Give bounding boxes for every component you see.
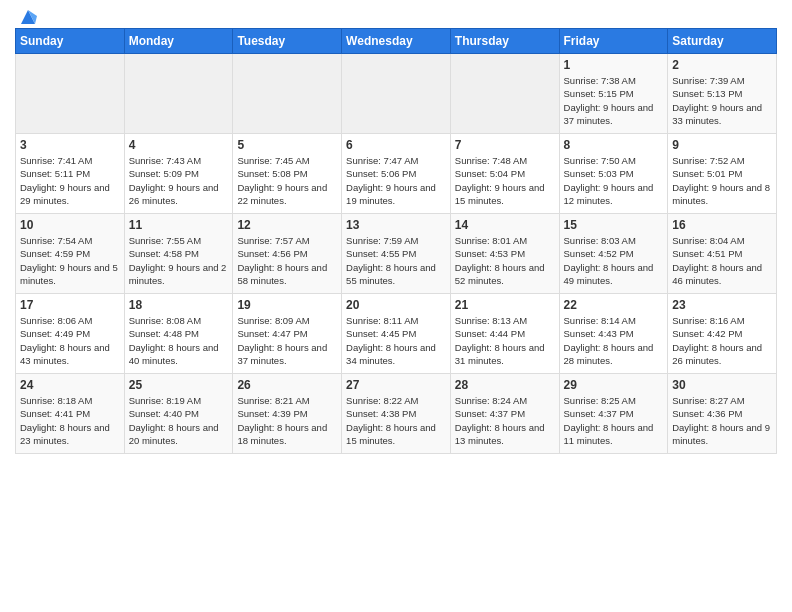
calendar-week-5: 24Sunrise: 8:18 AM Sunset: 4:41 PM Dayli… [16, 374, 777, 454]
col-header-monday: Monday [124, 29, 233, 54]
calendar-cell: 24Sunrise: 8:18 AM Sunset: 4:41 PM Dayli… [16, 374, 125, 454]
col-header-tuesday: Tuesday [233, 29, 342, 54]
calendar-cell: 19Sunrise: 8:09 AM Sunset: 4:47 PM Dayli… [233, 294, 342, 374]
day-number: 5 [237, 138, 337, 152]
day-info: Sunrise: 8:19 AM Sunset: 4:40 PM Dayligh… [129, 394, 229, 447]
day-number: 3 [20, 138, 120, 152]
calendar-cell [450, 54, 559, 134]
logo [15, 10, 39, 22]
day-info: Sunrise: 8:04 AM Sunset: 4:51 PM Dayligh… [672, 234, 772, 287]
calendar-cell [16, 54, 125, 134]
calendar-week-4: 17Sunrise: 8:06 AM Sunset: 4:49 PM Dayli… [16, 294, 777, 374]
day-info: Sunrise: 7:41 AM Sunset: 5:11 PM Dayligh… [20, 154, 120, 207]
day-number: 6 [346, 138, 446, 152]
day-info: Sunrise: 8:24 AM Sunset: 4:37 PM Dayligh… [455, 394, 555, 447]
calendar-header-row: SundayMondayTuesdayWednesdayThursdayFrid… [16, 29, 777, 54]
day-number: 7 [455, 138, 555, 152]
calendar-cell: 1Sunrise: 7:38 AM Sunset: 5:15 PM Daylig… [559, 54, 668, 134]
calendar-cell: 22Sunrise: 8:14 AM Sunset: 4:43 PM Dayli… [559, 294, 668, 374]
day-info: Sunrise: 8:25 AM Sunset: 4:37 PM Dayligh… [564, 394, 664, 447]
calendar-cell [233, 54, 342, 134]
day-number: 29 [564, 378, 664, 392]
logo-icon [17, 6, 39, 28]
day-info: Sunrise: 8:08 AM Sunset: 4:48 PM Dayligh… [129, 314, 229, 367]
page: SundayMondayTuesdayWednesdayThursdayFrid… [0, 0, 792, 464]
day-number: 25 [129, 378, 229, 392]
day-info: Sunrise: 7:45 AM Sunset: 5:08 PM Dayligh… [237, 154, 337, 207]
calendar-cell: 2Sunrise: 7:39 AM Sunset: 5:13 PM Daylig… [668, 54, 777, 134]
day-info: Sunrise: 8:22 AM Sunset: 4:38 PM Dayligh… [346, 394, 446, 447]
calendar-cell: 17Sunrise: 8:06 AM Sunset: 4:49 PM Dayli… [16, 294, 125, 374]
calendar-cell: 9Sunrise: 7:52 AM Sunset: 5:01 PM Daylig… [668, 134, 777, 214]
day-info: Sunrise: 7:59 AM Sunset: 4:55 PM Dayligh… [346, 234, 446, 287]
calendar-cell: 13Sunrise: 7:59 AM Sunset: 4:55 PM Dayli… [342, 214, 451, 294]
day-number: 11 [129, 218, 229, 232]
calendar-week-3: 10Sunrise: 7:54 AM Sunset: 4:59 PM Dayli… [16, 214, 777, 294]
day-number: 24 [20, 378, 120, 392]
day-number: 30 [672, 378, 772, 392]
calendar-cell: 28Sunrise: 8:24 AM Sunset: 4:37 PM Dayli… [450, 374, 559, 454]
calendar-cell: 11Sunrise: 7:55 AM Sunset: 4:58 PM Dayli… [124, 214, 233, 294]
day-info: Sunrise: 8:11 AM Sunset: 4:45 PM Dayligh… [346, 314, 446, 367]
calendar-cell: 6Sunrise: 7:47 AM Sunset: 5:06 PM Daylig… [342, 134, 451, 214]
day-info: Sunrise: 8:01 AM Sunset: 4:53 PM Dayligh… [455, 234, 555, 287]
day-info: Sunrise: 8:14 AM Sunset: 4:43 PM Dayligh… [564, 314, 664, 367]
day-info: Sunrise: 8:09 AM Sunset: 4:47 PM Dayligh… [237, 314, 337, 367]
calendar-cell: 30Sunrise: 8:27 AM Sunset: 4:36 PM Dayli… [668, 374, 777, 454]
calendar-cell: 5Sunrise: 7:45 AM Sunset: 5:08 PM Daylig… [233, 134, 342, 214]
calendar-cell: 12Sunrise: 7:57 AM Sunset: 4:56 PM Dayli… [233, 214, 342, 294]
day-number: 17 [20, 298, 120, 312]
day-info: Sunrise: 8:18 AM Sunset: 4:41 PM Dayligh… [20, 394, 120, 447]
day-number: 19 [237, 298, 337, 312]
calendar-cell: 26Sunrise: 8:21 AM Sunset: 4:39 PM Dayli… [233, 374, 342, 454]
calendar-cell: 14Sunrise: 8:01 AM Sunset: 4:53 PM Dayli… [450, 214, 559, 294]
col-header-sunday: Sunday [16, 29, 125, 54]
col-header-friday: Friday [559, 29, 668, 54]
day-number: 15 [564, 218, 664, 232]
calendar-cell: 23Sunrise: 8:16 AM Sunset: 4:42 PM Dayli… [668, 294, 777, 374]
calendar-cell: 20Sunrise: 8:11 AM Sunset: 4:45 PM Dayli… [342, 294, 451, 374]
col-header-saturday: Saturday [668, 29, 777, 54]
day-info: Sunrise: 7:55 AM Sunset: 4:58 PM Dayligh… [129, 234, 229, 287]
day-info: Sunrise: 8:21 AM Sunset: 4:39 PM Dayligh… [237, 394, 337, 447]
day-info: Sunrise: 7:47 AM Sunset: 5:06 PM Dayligh… [346, 154, 446, 207]
col-header-thursday: Thursday [450, 29, 559, 54]
day-info: Sunrise: 8:13 AM Sunset: 4:44 PM Dayligh… [455, 314, 555, 367]
col-header-wednesday: Wednesday [342, 29, 451, 54]
day-number: 10 [20, 218, 120, 232]
calendar-cell: 16Sunrise: 8:04 AM Sunset: 4:51 PM Dayli… [668, 214, 777, 294]
calendar-cell: 10Sunrise: 7:54 AM Sunset: 4:59 PM Dayli… [16, 214, 125, 294]
calendar-cell: 4Sunrise: 7:43 AM Sunset: 5:09 PM Daylig… [124, 134, 233, 214]
day-number: 13 [346, 218, 446, 232]
day-number: 23 [672, 298, 772, 312]
calendar-cell: 3Sunrise: 7:41 AM Sunset: 5:11 PM Daylig… [16, 134, 125, 214]
day-number: 14 [455, 218, 555, 232]
calendar-cell: 7Sunrise: 7:48 AM Sunset: 5:04 PM Daylig… [450, 134, 559, 214]
day-number: 12 [237, 218, 337, 232]
day-info: Sunrise: 7:52 AM Sunset: 5:01 PM Dayligh… [672, 154, 772, 207]
calendar-table: SundayMondayTuesdayWednesdayThursdayFrid… [15, 28, 777, 454]
calendar-cell [342, 54, 451, 134]
day-info: Sunrise: 7:57 AM Sunset: 4:56 PM Dayligh… [237, 234, 337, 287]
day-info: Sunrise: 7:38 AM Sunset: 5:15 PM Dayligh… [564, 74, 664, 127]
day-info: Sunrise: 8:03 AM Sunset: 4:52 PM Dayligh… [564, 234, 664, 287]
header [15, 10, 777, 22]
day-number: 21 [455, 298, 555, 312]
day-info: Sunrise: 8:16 AM Sunset: 4:42 PM Dayligh… [672, 314, 772, 367]
calendar-week-1: 1Sunrise: 7:38 AM Sunset: 5:15 PM Daylig… [16, 54, 777, 134]
day-info: Sunrise: 8:27 AM Sunset: 4:36 PM Dayligh… [672, 394, 772, 447]
calendar-week-2: 3Sunrise: 7:41 AM Sunset: 5:11 PM Daylig… [16, 134, 777, 214]
day-number: 1 [564, 58, 664, 72]
calendar-cell: 27Sunrise: 8:22 AM Sunset: 4:38 PM Dayli… [342, 374, 451, 454]
day-number: 2 [672, 58, 772, 72]
day-info: Sunrise: 7:50 AM Sunset: 5:03 PM Dayligh… [564, 154, 664, 207]
calendar-cell: 8Sunrise: 7:50 AM Sunset: 5:03 PM Daylig… [559, 134, 668, 214]
day-number: 16 [672, 218, 772, 232]
day-number: 8 [564, 138, 664, 152]
day-number: 18 [129, 298, 229, 312]
calendar-cell: 29Sunrise: 8:25 AM Sunset: 4:37 PM Dayli… [559, 374, 668, 454]
day-number: 27 [346, 378, 446, 392]
calendar-cell [124, 54, 233, 134]
calendar-cell: 18Sunrise: 8:08 AM Sunset: 4:48 PM Dayli… [124, 294, 233, 374]
day-info: Sunrise: 7:39 AM Sunset: 5:13 PM Dayligh… [672, 74, 772, 127]
